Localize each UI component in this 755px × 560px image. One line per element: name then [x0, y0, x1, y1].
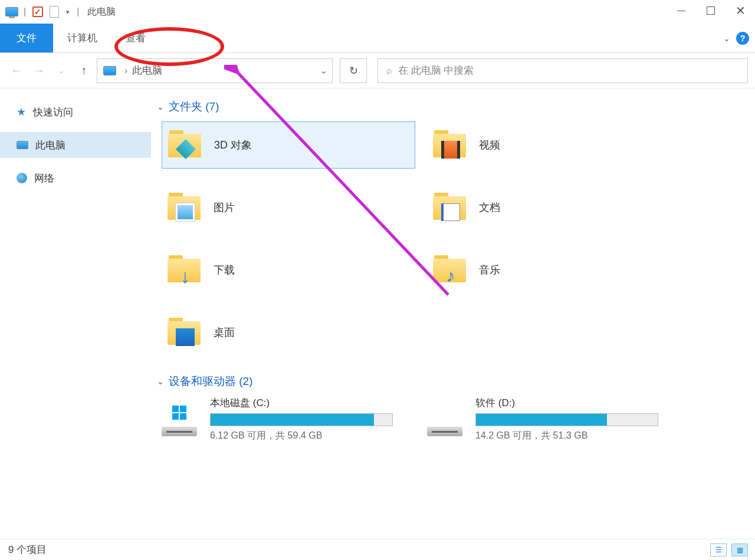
- minimize-button[interactable]: [667, 0, 696, 21]
- qat-dropdown-icon[interactable]: ▾: [64, 8, 72, 16]
- location-icon: [103, 66, 116, 75]
- folder-label: 桌面: [214, 325, 235, 340]
- status-bar: 9 个项目 ☰ ▦: [0, 539, 755, 560]
- folder-downloads-icon: ↓: [168, 255, 203, 285]
- tab-computer[interactable]: 计算机: [53, 24, 111, 52]
- window-title: 此电脑: [87, 6, 116, 18]
- help-icon[interactable]: ?: [736, 32, 749, 45]
- folder-desktop-icon: [168, 318, 203, 347]
- refresh-button[interactable]: ↻: [340, 58, 367, 83]
- breadcrumb-location[interactable]: 此电脑: [132, 64, 162, 77]
- drive-usage-bar: [475, 413, 658, 426]
- group-label: 设备和驱动器: [169, 375, 236, 387]
- tab-view[interactable]: 查看: [111, 24, 160, 52]
- minimize-ribbon-icon[interactable]: ⌄: [723, 34, 730, 43]
- icons-view-button[interactable]: ▦: [731, 543, 748, 556]
- folder-item-3d-objects[interactable]: 3D 对象: [162, 121, 415, 169]
- folder-label: 3D 对象: [214, 138, 252, 152]
- drive-item-c[interactable]: 本地磁盘 (C:) 6.12 GB 可用，共 59.4 GB: [162, 396, 415, 442]
- drive-item-d[interactable]: 软件 (D:) 14.2 GB 可用，共 51.3 GB: [427, 396, 681, 442]
- tab-file[interactable]: 文件: [0, 24, 53, 52]
- folder-music-icon: ♪: [433, 255, 468, 285]
- sidebar-item-this-pc[interactable]: 此电脑: [0, 132, 151, 158]
- collapse-icon: ⌄: [157, 377, 164, 386]
- sidebar-label: 快速访问: [33, 106, 73, 119]
- collapse-icon: ⌄: [157, 102, 164, 111]
- folder-videos-icon: [433, 130, 468, 160]
- content-area: ⌄ 文件夹 (7) 3D 对象 视频 图片 文档 ↓ 下载: [151, 88, 755, 539]
- separator: |: [21, 6, 28, 17]
- folder-label: 文档: [479, 200, 500, 215]
- breadcrumb-separator-icon: ›: [124, 65, 127, 76]
- forward-button[interactable]: →: [29, 61, 48, 80]
- properties-icon[interactable]: ✓: [31, 5, 45, 19]
- address-bar[interactable]: › 此电脑 ⌄: [97, 58, 333, 83]
- folder-item-pictures[interactable]: 图片: [162, 184, 415, 231]
- folder-item-documents[interactable]: 文档: [427, 184, 681, 231]
- folder-label: 音乐: [479, 263, 500, 277]
- search-icon: ⌕: [386, 65, 392, 76]
- address-dropdown-icon[interactable]: ⌄: [320, 65, 327, 76]
- folder-label: 下载: [214, 263, 235, 277]
- drive-usage-bar: [210, 413, 393, 426]
- quick-access-toolbar: | ✓ ▾ | 此电脑: [5, 5, 116, 19]
- sidebar-label: 此电脑: [35, 139, 65, 152]
- folder-item-videos[interactable]: 视频: [427, 121, 681, 169]
- group-count: 2: [243, 375, 250, 387]
- this-pc-icon[interactable]: [5, 5, 19, 19]
- title-bar: | ✓ ▾ | 此电脑 ✕: [0, 0, 755, 24]
- drive-free-text: 14.2 GB 可用，共 51.3 GB: [475, 430, 681, 442]
- navigation-pane: ★ 快速访问 此电脑 网络: [0, 88, 151, 539]
- new-folder-icon[interactable]: [47, 5, 61, 19]
- folder-label: 图片: [214, 200, 235, 215]
- drive-fill-c: [211, 414, 374, 426]
- separator: |: [74, 6, 81, 17]
- close-button[interactable]: ✕: [726, 0, 755, 21]
- group-header-devices[interactable]: ⌄ 设备和驱动器 (2): [157, 374, 743, 389]
- folder-3d-icon: [168, 130, 203, 160]
- drive-name: 软件 (D:): [475, 396, 681, 410]
- group-count: 7: [209, 100, 216, 113]
- drive-c-icon: [162, 406, 199, 439]
- sidebar-item-network[interactable]: 网络: [0, 165, 151, 191]
- navigation-toolbar: ← → ⌄ ↑ › 此电脑 ⌄ ↻ ⌕ 在 此电脑 中搜索: [0, 53, 755, 88]
- ribbon-tabs: 文件 计算机 查看 ⌄ ?: [0, 24, 755, 53]
- folder-label: 视频: [479, 138, 500, 152]
- monitor-icon: [17, 141, 28, 149]
- details-view-button[interactable]: ☰: [710, 543, 727, 556]
- search-input[interactable]: ⌕ 在 此电脑 中搜索: [378, 58, 748, 83]
- group-label: 文件夹: [169, 100, 202, 113]
- up-button[interactable]: ↑: [74, 61, 93, 80]
- item-count: 9 个项目: [8, 543, 47, 556]
- recent-dropdown-icon[interactable]: ⌄: [52, 61, 71, 80]
- folder-pictures-icon: [168, 193, 203, 222]
- folder-item-downloads[interactable]: ↓ 下载: [162, 246, 415, 294]
- drive-free-text: 6.12 GB 可用，共 59.4 GB: [210, 430, 415, 442]
- folder-documents-icon: [433, 193, 468, 222]
- network-icon: [17, 173, 27, 183]
- folder-item-music[interactable]: ♪ 音乐: [427, 246, 681, 294]
- search-placeholder: 在 此电脑 中搜索: [398, 64, 474, 77]
- back-button[interactable]: ←: [7, 61, 26, 80]
- maximize-button[interactable]: [696, 0, 726, 21]
- star-icon: ★: [17, 106, 26, 118]
- group-header-folders[interactable]: ⌄ 文件夹 (7): [157, 99, 743, 114]
- drive-name: 本地磁盘 (C:): [210, 396, 415, 410]
- drive-fill-d: [476, 414, 607, 426]
- folder-item-desktop[interactable]: 桌面: [162, 309, 415, 356]
- sidebar-item-quick-access[interactable]: ★ 快速访问: [0, 99, 151, 125]
- drive-d-icon: [427, 406, 465, 439]
- sidebar-label: 网络: [34, 172, 54, 185]
